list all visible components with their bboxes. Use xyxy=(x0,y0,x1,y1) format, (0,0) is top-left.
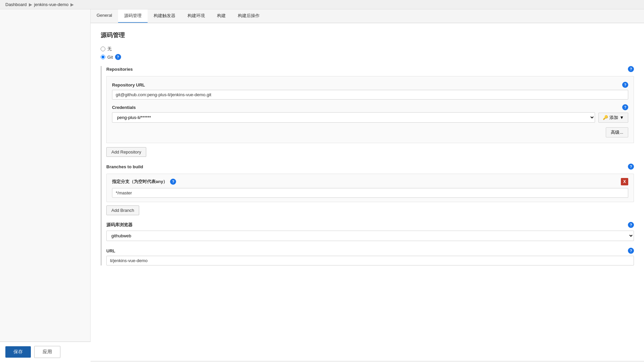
left-nav: 保存 应用 xyxy=(0,9,91,361)
branches-label: Branches to build xyxy=(106,164,143,169)
add-branch-button[interactable]: Add Branch xyxy=(106,205,139,215)
branch-field-label: 指定分支（为空时代表any） xyxy=(112,179,167,185)
remove-branch-button[interactable]: X xyxy=(621,178,628,185)
branch-help-icon[interactable]: ? xyxy=(170,179,176,185)
tab-trigger[interactable]: 构建触发器 xyxy=(148,9,181,23)
branch-value-input[interactable] xyxy=(112,188,628,198)
repositories-header: Repositories ? xyxy=(106,66,634,72)
tab-build[interactable]: 构建 xyxy=(211,9,232,23)
radio-group: 无 Git ? xyxy=(101,46,634,60)
tab-scm[interactable]: 源码管理 xyxy=(118,9,148,23)
url-row: URL ? xyxy=(106,248,634,265)
radio-git-input[interactable] xyxy=(101,55,105,59)
credentials-row-wrapper: Credentials ? peng-plus-li/****** - 无 - … xyxy=(112,104,628,123)
radio-none[interactable]: 无 xyxy=(101,46,634,52)
branches-section: Branches to build ? 指定分支（为空时代表any） ? X xyxy=(106,164,634,215)
repo-url-input[interactable] xyxy=(112,90,628,100)
browser-help-icon[interactable]: ? xyxy=(628,222,634,228)
breadcrumb-dashboard[interactable]: Dashboard xyxy=(5,2,27,7)
branch-item-header: 指定分支（为空时代表any） ? X xyxy=(112,178,628,185)
url-label: URL xyxy=(106,248,115,253)
branch-item: 指定分支（为空时代表any） ? X xyxy=(106,174,634,202)
radio-none-input[interactable] xyxy=(101,47,105,51)
repositories-help-icon[interactable]: ? xyxy=(628,66,634,72)
browser-label: 源码库浏览器 xyxy=(106,222,132,228)
browser-select[interactable]: githubweb (自动) bitbucketWeb xyxy=(106,231,634,241)
browser-header: 源码库浏览器 ? xyxy=(106,222,634,228)
radio-git[interactable]: Git ? xyxy=(101,54,634,60)
url-help-icon[interactable]: ? xyxy=(628,248,634,254)
advanced-button[interactable]: 高级... xyxy=(606,127,628,137)
tabs-bar: General 源码管理 构建触发器 构建环境 构建 构建后操作 xyxy=(91,9,644,23)
breadcrumb-arrow-1: ▶ xyxy=(29,2,32,7)
repositories-label: Repositories xyxy=(106,67,133,72)
content-area: General 源码管理 构建触发器 构建环境 构建 构建后操作 源码管理 无 … xyxy=(91,9,644,361)
repo-url-help-icon[interactable]: ? xyxy=(622,82,628,88)
add-repository-button[interactable]: Add Repository xyxy=(106,147,146,157)
breadcrumb-arrow-2: ▶ xyxy=(70,2,74,7)
tab-general[interactable]: General xyxy=(91,9,118,23)
radio-none-label: 无 xyxy=(107,46,112,52)
tab-env[interactable]: 构建环境 xyxy=(181,9,211,23)
radio-git-label: Git xyxy=(107,55,113,60)
credentials-help-icon[interactable]: ? xyxy=(622,104,628,110)
git-section: Repositories ? Repository URL ? xyxy=(101,66,634,265)
breadcrumb-bar: Dashboard ▶ jenkins-vue-demo ▶ xyxy=(0,0,644,9)
branches-header: Branches to build ? xyxy=(106,164,634,170)
save-button[interactable]: 保存 xyxy=(5,346,31,358)
dropdown-arrow-icon: ▼ xyxy=(620,115,624,120)
repo-url-label: Repository URL xyxy=(112,82,145,87)
url-input[interactable] xyxy=(106,256,634,265)
credentials-label: Credentials xyxy=(112,105,136,110)
git-help-icon[interactable]: ? xyxy=(115,54,121,60)
apply-button[interactable]: 应用 xyxy=(34,346,60,358)
repository-box: Repository URL ? Credentials ? xyxy=(106,76,634,143)
tab-post[interactable]: 构建后操作 xyxy=(232,9,266,23)
credentials-select[interactable]: peng-plus-li/****** - 无 - xyxy=(112,112,595,123)
breadcrumb-project[interactable]: jenkins-vue-demo xyxy=(34,2,69,7)
bottom-action-bar: 保存 应用 xyxy=(0,342,91,361)
add-credentials-button[interactable]: 🔑 添加 ▼ xyxy=(598,113,628,123)
add-credentials-label: 添加 xyxy=(609,115,618,121)
branches-help-icon[interactable]: ? xyxy=(628,164,634,170)
page-title: 源码管理 xyxy=(101,31,634,39)
credentials-controls: peng-plus-li/****** - 无 - 🔑 添加 ▼ xyxy=(112,112,628,123)
key-icon: 🔑 xyxy=(603,115,608,120)
browser-section: 源码库浏览器 ? githubweb (自动) bitbucketWeb xyxy=(106,222,634,241)
repo-url-row: Repository URL ? xyxy=(112,82,628,100)
